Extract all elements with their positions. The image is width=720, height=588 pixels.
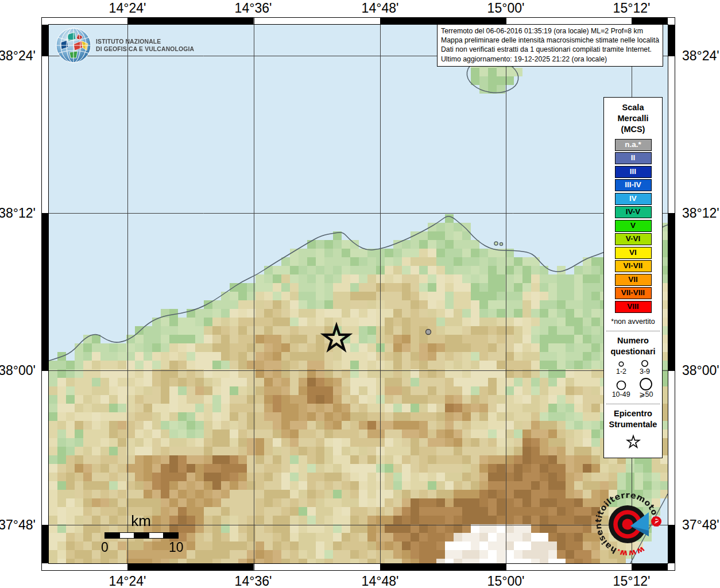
scalebar-seg	[149, 533, 164, 538]
mcs-scale-item-iii-iv: III-IV	[615, 179, 652, 191]
mcs-legend: Scala Mercalli (MCS) n.a.* II III III-IV…	[603, 97, 663, 458]
scalebar-unit: km	[104, 512, 177, 530]
page: { "axes": { "lon": ["14\u00b024'", "14\u…	[0, 0, 720, 588]
event-info-line4: Ultimo aggiornamento: 19-12-2025 21:22 (…	[441, 55, 659, 64]
axis-label-top-lon3: 14°48'	[346, 1, 415, 16]
epicenter-title-line2: Strumentale	[604, 419, 662, 430]
ingv-title-line2: DI GEOFISICA E VULCANOLOGIA	[96, 45, 194, 53]
mcs-scale-item-v-vi: V-VI	[615, 233, 652, 245]
questionnaire-circle-medium-icon	[638, 358, 651, 368]
mcs-scale-item-vi-vii: VI-VII	[615, 260, 652, 272]
legend-divider2	[606, 404, 660, 404]
ingv-title-line1: ISTITUTO NAZIONALE	[96, 38, 194, 46]
axis-label-bottom-lon4: 15°00'	[471, 574, 540, 588]
axis-label-bottom-lon2: 14°36'	[219, 574, 288, 588]
event-info-line3: Dati non verificati estratti da 1 questi…	[441, 45, 659, 54]
map-scalebar: km 0 10	[99, 512, 191, 555]
axis-label-right-lat4: 37°48'	[682, 517, 719, 533]
axis-label-right-lat1: 38°24'	[682, 48, 719, 64]
scalebar-start-label: 0	[101, 540, 109, 555]
scalebar-bar	[104, 532, 179, 539]
legend-divider	[606, 331, 660, 331]
mcs-scale-item-ii: II	[615, 152, 652, 164]
axis-label-left-lat1: 38°24'	[0, 48, 36, 64]
questionnaires-title-line1: Numero	[604, 335, 662, 346]
questionnaire-circle-xlarge-icon	[638, 377, 654, 390]
axis-label-bottom-lon3: 14°48'	[346, 574, 415, 588]
mcs-scale-item-vii: VII	[615, 274, 652, 286]
questionnaire-count-label: ⩾50	[638, 390, 654, 399]
scalebar-seg	[164, 533, 178, 538]
mcs-scale-item-na: n.a.*	[615, 139, 652, 151]
questionnaire-count-3-9: 3-9	[638, 358, 651, 376]
questionnaire-count-label: 1-2	[615, 368, 628, 376]
questionnaire-circle-large-icon	[614, 379, 629, 390]
questionnaires-title-line2: questionari	[604, 346, 662, 357]
axis-label-left-lat2: 38°12'	[0, 206, 36, 221]
axis-label-right-lat3: 38°00'	[682, 363, 719, 378]
mcs-scale-item-v: V	[615, 220, 652, 232]
ingv-title: ISTITUTO NAZIONALE DI GEOFISICA E VULCAN…	[96, 38, 194, 53]
ingv-logo: ISTITUTO NAZIONALE DI GEOFISICA E VULCAN…	[55, 27, 205, 64]
mcs-scale-item-viii: VIII	[615, 301, 652, 313]
event-info-box: Terremoto del 06-06-2016 01:35:19 (ora l…	[437, 24, 663, 67]
epicenter-legend-star-icon	[625, 434, 641, 450]
legend-title-line3: (MCS)	[604, 124, 662, 135]
mcs-scale-item-iii: III	[615, 166, 652, 178]
mcs-scale-item-vii-viii: VII-VIII	[615, 287, 652, 299]
mcs-scale-item-vi: VI	[615, 247, 652, 259]
epicenter-title-line1: Epicentro	[604, 408, 662, 419]
event-info-line2: Mappa preliminare delle intensità macros…	[441, 36, 659, 45]
questionnaire-count-label: 3-9	[638, 368, 651, 376]
scalebar-end-label: 10	[169, 540, 184, 555]
scalebar-seg	[120, 533, 135, 538]
axis-label-right-lat2: 38°12'	[682, 206, 719, 221]
legend-title-line1: Scala	[604, 102, 662, 113]
scalebar-seg	[134, 533, 149, 538]
mcs-scale-item-iv-v: IV-V	[615, 206, 652, 218]
map-area: ? www.haisentitoilterremoto.it	[41, 17, 675, 571]
questionnaire-count-50plus: ⩾50	[638, 377, 654, 399]
axis-label-bottom-lon5: 15°12'	[597, 574, 666, 588]
ingv-globe-icon	[55, 27, 92, 64]
axis-label-top-lon5: 15°12'	[597, 1, 666, 16]
legend-footnote: *non avvertito	[604, 318, 662, 326]
axis-label-top-lon2: 14°36'	[219, 1, 288, 16]
map-terrain-canvas	[41, 17, 675, 571]
axis-label-bottom-lon1: 14°24'	[93, 574, 162, 588]
event-info-line1: Terremoto del 06-06-2016 01:35:19 (ora l…	[441, 26, 659, 36]
axis-label-left-lat3: 38°00'	[0, 363, 36, 378]
questionnaire-count-label: 10-49	[612, 390, 630, 399]
axis-label-left-lat4: 37°48'	[0, 517, 36, 533]
legend-title-line2: Mercalli	[604, 113, 662, 124]
questionnaire-count-1-2: 1-2	[615, 359, 628, 376]
questionnaire-circle-small-icon	[615, 359, 628, 368]
mcs-scale-item-iv: IV	[615, 193, 652, 205]
axis-label-top-lon1: 14°24'	[93, 1, 162, 16]
scalebar-seg	[105, 533, 120, 538]
questionnaire-count-10-49: 10-49	[612, 379, 630, 399]
axis-label-top-lon4: 15°00'	[471, 1, 540, 16]
